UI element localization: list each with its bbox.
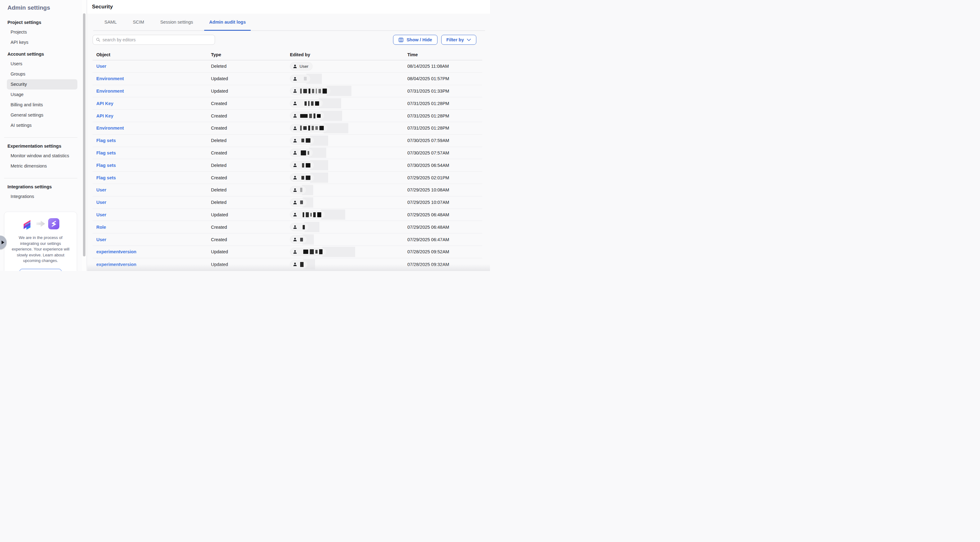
sidebar-item-api-keys[interactable]: API keys — [7, 37, 77, 48]
editor-badge — [290, 223, 309, 231]
edited-by-cell — [290, 209, 407, 220]
object-link-experimentversion[interactable]: experimentversion — [96, 262, 137, 267]
sidebar-section-heading-project-settings: Project settings — [0, 18, 82, 27]
editor-badge — [290, 174, 315, 182]
event-type: Updated — [211, 76, 228, 81]
redacted-editor-name — [300, 262, 304, 267]
editor-search[interactable] — [92, 35, 215, 45]
sidebar-item-users[interactable]: Users — [7, 59, 77, 69]
redacted-editor-name — [300, 201, 303, 204]
object-link-flag-sets[interactable]: Flag sets — [96, 175, 116, 180]
object-link-user[interactable]: User — [96, 200, 106, 205]
sidebar-item-metric-dimensions[interactable]: Metric dimensions — [7, 161, 77, 171]
table-row: RoleCreated07/29/2025 06:48AM — [92, 221, 482, 233]
object-link-flag-sets[interactable]: Flag sets — [96, 138, 116, 143]
object-link-flag-sets[interactable]: Flag sets — [96, 163, 116, 168]
object-link-environment[interactable]: Environment — [96, 89, 124, 94]
table-row: UserCreated07/29/2025 06:47AM — [92, 233, 482, 246]
edited-by-cell — [290, 123, 407, 133]
event-time: 07/29/2025 10:07AM — [407, 200, 449, 205]
event-time: 07/29/2025 06:47AM — [407, 237, 449, 242]
filter-by-button[interactable]: Filter by — [441, 35, 476, 45]
event-type: Deleted — [211, 64, 226, 69]
edited-by-cell — [290, 172, 407, 183]
editor-badge — [290, 87, 331, 95]
event-type: Created — [211, 225, 227, 230]
tab-scim[interactable]: SCIM — [132, 14, 145, 30]
object-link-api-key[interactable]: API Key — [96, 101, 113, 106]
object-link-environment[interactable]: Environment — [96, 76, 124, 81]
audit-toolbar: Show / Hide Filter by — [92, 35, 476, 45]
object-link-experimentversion[interactable]: experimentversion — [96, 249, 137, 254]
table-row: API KeyCreated07/31/2025 01:28PM — [92, 97, 482, 110]
event-time: 07/31/2025 01:28PM — [407, 113, 449, 118]
person-icon — [293, 77, 298, 81]
sidebar-item-billing-and-limits[interactable]: Billing and limits — [7, 100, 77, 110]
event-type: Created — [211, 126, 227, 131]
person-icon — [293, 262, 298, 267]
column-header-time: Time — [407, 52, 482, 57]
edited-by-cell — [290, 247, 407, 257]
table-row: UserUpdated07/29/2025 06:48AM — [92, 209, 482, 221]
event-type: Updated — [211, 89, 228, 94]
person-icon — [293, 237, 298, 242]
person-icon — [293, 225, 298, 230]
event-time: 07/28/2025 09:32AM — [407, 262, 449, 267]
redacted-editor-name — [301, 150, 309, 155]
object-link-user[interactable]: User — [96, 187, 106, 192]
show-hide-columns-button[interactable]: Show / Hide — [393, 35, 437, 45]
editor-badge — [290, 260, 308, 268]
redacted-editor-name — [300, 126, 324, 131]
event-type: Deleted — [211, 138, 226, 143]
column-header-type: Type — [211, 52, 290, 57]
harness-logo-icon — [48, 218, 59, 230]
object-link-user[interactable]: User — [96, 64, 106, 69]
object-link-user[interactable]: User — [96, 212, 106, 217]
editor-badge — [290, 136, 315, 145]
redacted-editor-name — [300, 238, 303, 241]
object-link-api-key[interactable]: API Key — [96, 113, 113, 118]
object-link-flag-sets[interactable]: Flag sets — [96, 150, 116, 155]
editor-badge — [290, 235, 307, 244]
edited-by-cell — [290, 197, 407, 207]
security-tabs: SAML SCIM Session settings Admin audit l… — [93, 14, 485, 31]
sidebar-scrollbar-thumb[interactable] — [83, 13, 86, 257]
object-link-role[interactable]: Role — [96, 225, 106, 230]
promo-logos — [8, 217, 73, 231]
sidebar-item-security[interactable]: Security — [7, 79, 77, 89]
redacted-editor-name — [303, 249, 323, 254]
sidebar-section-heading-integrations-settings: Integrations settings — [0, 182, 82, 191]
sidebar-item-projects[interactable]: Projects — [7, 27, 77, 37]
sidebar-item-ai-settings[interactable]: AI settings — [7, 120, 77, 131]
sidebar-item-usage[interactable]: Usage — [7, 89, 77, 100]
search-input[interactable] — [103, 37, 212, 42]
sidebar-item-integrations[interactable]: Integrations — [7, 191, 77, 202]
learn-more-button[interactable]: Learn more — [19, 269, 62, 271]
sidebar-nav: Project settingsProjectsAPI keysAccount … — [0, 18, 82, 202]
table-row: experimentversionUpdated07/28/2025 09:32… — [92, 258, 482, 271]
sidebar-section-heading-experimentation-settings: Experimentation settings — [0, 142, 82, 151]
event-time: 07/30/2025 06:54AM — [407, 163, 449, 168]
table-row: experimentversionUpdated07/28/2025 09:52… — [92, 246, 482, 258]
object-link-environment[interactable]: Environment — [96, 126, 124, 131]
event-type: Created — [211, 175, 227, 180]
person-icon — [293, 163, 298, 167]
redacted-editor-name — [301, 175, 310, 180]
table-row: API KeyCreated07/31/2025 01:28PM — [92, 110, 482, 122]
table-row: Flag setsCreated07/30/2025 07:57AM — [92, 147, 482, 159]
sidebar-divider — [4, 137, 77, 138]
sidebar-item-groups[interactable]: Groups — [7, 69, 77, 79]
sidebar-item-general-settings[interactable]: General settings — [7, 110, 77, 120]
redacted-editor-name — [300, 113, 321, 118]
tab-session-settings[interactable]: Session settings — [160, 14, 194, 30]
sidebar-item-monitor-window-and-statistics[interactable]: Monitor window and statistics — [7, 151, 77, 161]
person-icon — [293, 113, 298, 118]
redacted-editor-name — [303, 212, 321, 217]
tab-saml[interactable]: SAML — [104, 14, 118, 30]
redaction-blur-area — [322, 247, 355, 257]
object-link-user[interactable]: User — [96, 237, 106, 242]
editor-badge — [290, 198, 307, 207]
redacted-editor-name — [304, 77, 307, 80]
event-type: Created — [211, 237, 227, 242]
tab-admin-audit-logs[interactable]: Admin audit logs — [208, 14, 247, 30]
